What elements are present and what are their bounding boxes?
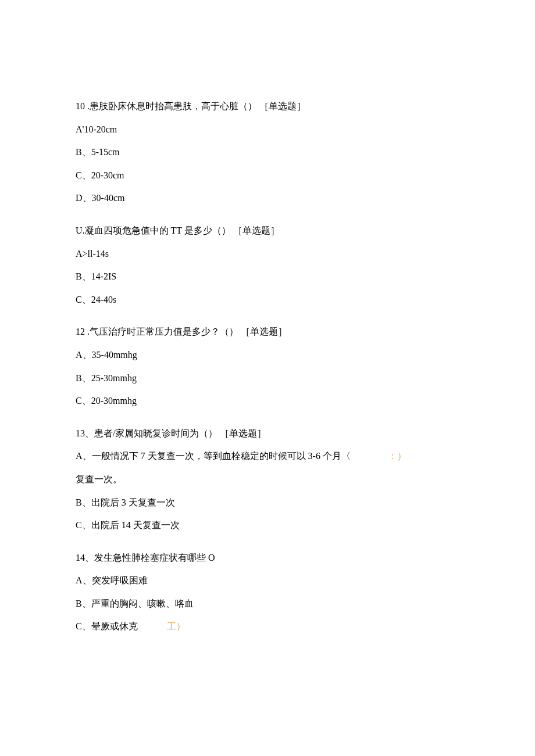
question-text: U.凝血四项危急值中的 TT 是多少（） ［单选题］ [76,223,459,238]
question-number: 14 [76,553,85,562]
question-12: 12 .气压治疗时正常压力值是多少？（） ［单选题］ A、35-40mmhg B… [76,324,459,408]
option-a-line1: A、一般情况下 7 天复查一次，等到血栓稳定的时候可以 3-6 个月〈 ：） [76,449,459,464]
option-d: D、30-40cm [76,191,459,206]
question-14: 14、发生急性肺栓塞症状有哪些 O A、突发呼吸困难 B、严重的胸闷、咳嗽、咯血… [76,550,459,634]
option-b: B、5-15cm [76,145,459,160]
question-number: 13 [76,428,85,438]
orange-marker: 工） [167,621,186,631]
option-a: A'10-20cm [76,122,459,137]
question-stem: 、患者/家属知晓复诊时间为（） ［单选题］ [85,428,266,438]
option-a: A、35-40mmhg [76,347,459,363]
option-c: C、晕厥或休克工） [76,619,459,634]
option-b: B、14-2IS [76,269,459,284]
option-c-text: C、晕厥或休克 [76,621,138,631]
option-b: B、25-30mmhg [76,371,459,386]
question-10: 10 .患肢卧床休息时抬高患肢，高于心脏（） ［单选题］ A'10-20cm B… [76,99,459,206]
orange-marker: ：） [386,451,406,461]
option-a-line2: 复查一次。 [76,472,459,487]
option-c: C、出院后 14 天复查一次 [76,518,459,533]
question-11: U.凝血四项危急值中的 TT 是多少（） ［单选题］ A>ll-14s B、14… [76,223,459,307]
question-stem: .气压治疗时正常压力值是多少？（） ［单选题］ [85,327,287,336]
option-a-text: A、一般情况下 7 天复查一次，等到血栓稳定的时候可以 3-6 个月〈 [76,451,351,461]
option-a: A、突发呼吸困难 [76,573,459,588]
question-stem: U.凝血四项危急值中的 TT 是多少（） ［单选题］ [76,225,280,235]
option-c: C、20-30cm [76,168,459,183]
option-b: B、出院后 3 天复查一次 [76,495,459,510]
question-text: 13、患者/家属知晓复诊时间为（） ［单选题］ [76,426,459,441]
option-a: A>ll-14s [76,246,459,261]
option-b: B、严重的胸闷、咳嗽、咯血 [76,596,459,611]
question-text: 12 .气压治疗时正常压力值是多少？（） ［单选题］ [76,324,459,339]
question-text: 14、发生急性肺栓塞症状有哪些 O [76,550,459,565]
question-stem: .患肢卧床休息时抬高患肢，高于心脏（） ［单选题］ [85,101,306,111]
question-13: 13、患者/家属知晓复诊时间为（） ［单选题］ A、一般情况下 7 天复查一次，… [76,426,459,533]
question-number: 12 [76,327,85,336]
question-text: 10 .患肢卧床休息时抬高患肢，高于心脏（） ［单选题］ [76,99,459,114]
question-stem: 、发生急性肺栓塞症状有哪些 O [85,553,215,562]
option-c: C、20-30mmhg [76,393,459,409]
option-c: C、24-40s [76,292,459,307]
question-number: 10 [76,101,85,111]
